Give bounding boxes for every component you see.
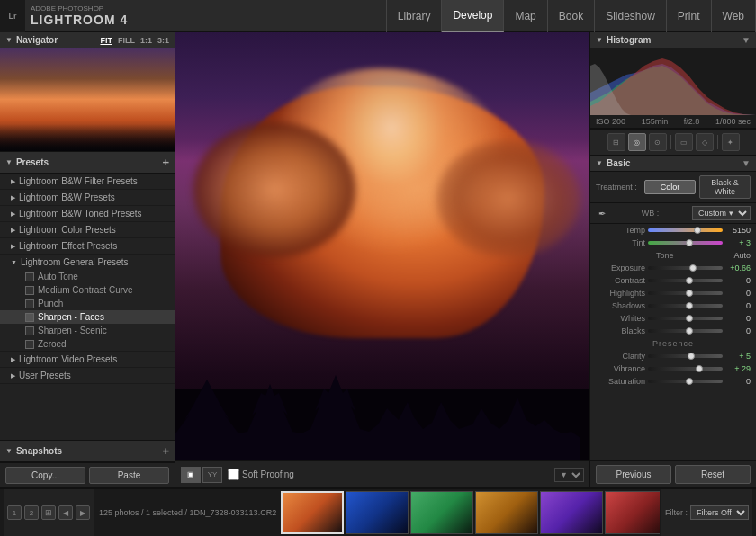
adjustment-brush-btn[interactable]: ✦	[722, 133, 740, 151]
wb-select[interactable]: Custom ▾ Auto As Shot Daylight	[692, 206, 751, 220]
filter-label: Filter :	[665, 508, 688, 517]
highlights-slider-track[interactable]	[648, 291, 723, 295]
basic-header[interactable]: ▼ Basic ▼	[590, 156, 756, 172]
compare-view-btn[interactable]: YY	[202, 467, 222, 483]
zoom-fit[interactable]: FIT	[100, 36, 112, 45]
shadows-slider-track[interactable]	[648, 304, 723, 308]
graduated-filter-btn[interactable]: ▭	[675, 133, 693, 151]
zoom-fill[interactable]: FILL	[118, 36, 135, 45]
clarity-slider-track[interactable]	[648, 354, 723, 358]
preset-group-effect-header[interactable]: ▶ Lightroom Effect Presets	[0, 238, 175, 254]
previous-button[interactable]: Previous	[596, 465, 671, 484]
histogram-menu-icon[interactable]: ▼	[742, 35, 751, 45]
basic-menu-icon[interactable]: ▼	[742, 158, 751, 168]
tab-book[interactable]: Book	[548, 0, 595, 32]
histogram-header[interactable]: ▼ Histogram ▼	[590, 32, 756, 48]
soft-proofing-toggle[interactable]: Soft Proofing	[228, 469, 294, 480]
preset-item-sharpen-faces[interactable]: Sharpen - Faces	[0, 310, 175, 324]
filmstrip-thumb-5[interactable]	[605, 491, 660, 534]
next-filmstrip-btn[interactable]: ▶	[76, 505, 90, 520]
saturation-slider-thumb[interactable]	[686, 378, 693, 385]
preset-item-medcontrast[interactable]: Medium Contrast Curve	[0, 283, 175, 297]
soft-proofing-checkbox[interactable]	[228, 469, 239, 480]
presets-section[interactable]: ▼ Presets + ▶ Lightroom B&W Filter Prese…	[0, 152, 175, 440]
preset-item-autotone[interactable]: Auto Tone	[0, 270, 175, 283]
tab-slideshow[interactable]: Slideshow	[595, 0, 667, 32]
tint-slider-thumb[interactable]	[686, 239, 693, 246]
preset-group-bwfilter-header[interactable]: ▶ Lightroom B&W Filter Presets	[0, 174, 175, 189]
temp-slider-track[interactable]	[648, 228, 723, 232]
saturation-slider-track[interactable]	[648, 380, 723, 383]
preset-item-sharpen-scenic[interactable]: Sharpen - Scenic	[0, 324, 175, 337]
navigator-preview[interactable]	[0, 48, 176, 151]
crop-tool-btn[interactable]: ⊞	[608, 133, 626, 151]
color-treatment-btn[interactable]: Color	[644, 180, 696, 194]
redeye-btn[interactable]: ⊙	[649, 133, 667, 151]
zoom-1-1[interactable]: 1:1	[140, 36, 152, 45]
preset-item-punch[interactable]: Punch	[0, 297, 175, 310]
exposure-slider-thumb[interactable]	[689, 264, 697, 272]
temp-slider-thumb[interactable]	[694, 227, 701, 234]
wb-eyedropper-tool[interactable]: ✒	[596, 207, 608, 219]
preset-group-bwtoned-header[interactable]: ▶ Lightroom B&W Toned Presets	[0, 206, 175, 221]
filmstrip-thumb-2[interactable]	[410, 491, 473, 534]
tab-library[interactable]: Library	[386, 0, 443, 32]
tint-slider-track[interactable]	[648, 241, 723, 245]
blacks-slider-thumb[interactable]	[686, 327, 693, 335]
filmstrip-thumb-0[interactable]	[281, 491, 344, 534]
prev-filmstrip-btn[interactable]: ◀	[58, 505, 73, 520]
basic-triangle: ▼	[596, 159, 603, 167]
preset-group-color-header[interactable]: ▶ Lightroom Color Presets	[0, 222, 175, 237]
filmstrip-filter: Filter : Filters Off Flagged Rated	[661, 488, 752, 536]
develop-options-select[interactable]: ▼	[554, 468, 584, 482]
presets-add-icon[interactable]: +	[162, 156, 169, 169]
tree-silhouette-svg	[176, 371, 580, 460]
spot-removal-btn[interactable]: ◎	[628, 133, 646, 151]
preset-group-general-header[interactable]: ▼ Lightroom General Presets	[0, 255, 175, 270]
single-view-btn[interactable]: ▣	[181, 467, 201, 483]
preset-group-user-header[interactable]: ▶ User Presets	[0, 368, 175, 383]
auto-tone-btn[interactable]: Auto	[734, 251, 751, 260]
page-1-btn[interactable]: 1	[7, 505, 22, 520]
tab-map[interactable]: Map	[504, 0, 547, 32]
copy-button[interactable]: Copy...	[5, 467, 86, 484]
reset-button[interactable]: Reset	[675, 465, 751, 484]
paste-button[interactable]: Paste	[89, 467, 169, 484]
navigator-title: Navigator	[16, 35, 58, 45]
preset-group-bw-header[interactable]: ▶ Lightroom B&W Presets	[0, 190, 175, 205]
preset-item-zeroed[interactable]: Zeroed	[0, 337, 175, 351]
shadows-slider-thumb[interactable]	[686, 302, 693, 309]
radial-filter-btn[interactable]: ◇	[696, 133, 714, 151]
adobe-photoshop-label: ADOBE PHOTOSHOP	[31, 5, 386, 13]
blacks-slider-track[interactable]	[648, 329, 723, 333]
highlights-slider-thumb[interactable]	[686, 290, 693, 297]
filmstrip-thumb-1[interactable]	[346, 491, 409, 534]
tab-develop[interactable]: Develop	[442, 0, 504, 32]
bw-treatment-btn[interactable]: Black & White	[699, 175, 751, 199]
shadows-value: 0	[725, 301, 751, 310]
filmstrip-thumb-3[interactable]	[475, 491, 538, 534]
filmstrip-thumb-4[interactable]	[540, 491, 603, 534]
contrast-slider-track[interactable]	[648, 279, 723, 282]
vibrance-slider-track[interactable]	[648, 367, 723, 371]
blacks-label: Blacks	[596, 326, 645, 335]
main-photo-area[interactable]	[176, 32, 590, 460]
zoom-3-1[interactable]: 3:1	[158, 36, 169, 45]
presets-header[interactable]: ▼ Presets +	[0, 152, 175, 174]
preset-group-video-header[interactable]: ▶ Lightroom Video Presets	[0, 352, 175, 367]
snapshots-header[interactable]: ▼ Snapshots +	[0, 440, 175, 462]
filter-select[interactable]: Filters Off Flagged Rated	[690, 505, 749, 520]
vibrance-slider-thumb[interactable]	[696, 365, 703, 372]
snapshots-add-icon[interactable]: +	[162, 444, 169, 458]
tab-print[interactable]: Print	[667, 0, 712, 32]
tab-web[interactable]: Web	[712, 0, 756, 32]
navigator-header[interactable]: ▼ Navigator FIT FILL 1:1 3:1	[0, 32, 175, 48]
exposure-slider-track[interactable]	[648, 266, 723, 270]
whites-slider-thumb[interactable]	[686, 315, 693, 322]
page-2-btn[interactable]: 2	[24, 505, 39, 520]
clarity-slider-thumb[interactable]	[688, 353, 695, 360]
grid-filmstrip-btn[interactable]: ⊞	[41, 505, 56, 520]
preset-group-effect: ▶ Lightroom Effect Presets	[0, 238, 175, 255]
contrast-slider-thumb[interactable]	[686, 277, 693, 284]
whites-slider-track[interactable]	[648, 317, 723, 320]
